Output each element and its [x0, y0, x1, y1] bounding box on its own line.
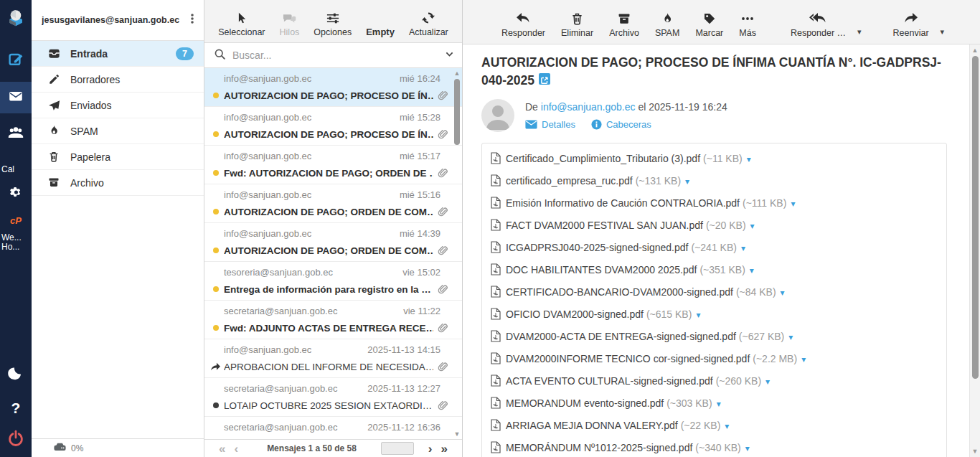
sidebar-item-spam[interactable]: SPAM — [32, 118, 204, 144]
reply-all-dropdown-caret[interactable]: ▾ — [857, 27, 863, 38]
message-list-item[interactable]: tesoreria@sanjuan.gob.ec vie 15:02 Entre… — [204, 262, 462, 301]
attachment-dropdown-caret[interactable]: ▾ — [685, 176, 689, 187]
attachment-dropdown-caret[interactable]: ▾ — [696, 310, 700, 320]
select-button[interactable]: Seleccionar — [214, 10, 269, 37]
spam-button[interactable]: SPAM — [651, 11, 684, 38]
cpanel-icon[interactable]: cP — [0, 212, 32, 229]
calendar-link[interactable]: Cal — [0, 165, 32, 173]
message-list-item[interactable]: secretaria@sanjuan.gob.ec 2025-11-12 16:… — [204, 417, 462, 439]
webmail-home-link[interactable]: We... Ho... — [0, 233, 32, 252]
sidebar-item-trash[interactable]: Papelera — [32, 144, 204, 170]
external-link-icon[interactable] — [539, 73, 550, 85]
next-page-button[interactable]: › — [424, 443, 437, 455]
message-subject: Entrega de información para registro en … — [224, 284, 433, 295]
message-list-item[interactable]: info@sanjuan.gob.ec 2025-11-13 14:15 APR… — [204, 339, 462, 378]
empty-button[interactable]: Empty — [362, 25, 399, 37]
scroll-down-icon[interactable]: ▼ — [970, 448, 980, 455]
sidebar-item-drafts[interactable]: Borradores — [32, 67, 204, 93]
sidebar-item-inbox[interactable]: Entrada 7 — [32, 41, 204, 67]
attachment-item[interactable]: ARRIAGA MEJIA DONNA VALERY.pdf(~22 KB)▾ — [491, 415, 729, 438]
scroll-up-icon[interactable]: ▲ — [970, 47, 980, 54]
reply-all-button[interactable]: Responder … — [786, 11, 850, 38]
attachment-dropdown-caret[interactable]: ▾ — [745, 443, 750, 453]
archive-button[interactable]: Archivo — [605, 11, 644, 38]
contacts-button[interactable] — [0, 118, 32, 149]
attachment-dropdown-caret[interactable]: ▾ — [791, 199, 795, 209]
message-sender: info@sanjuan.gob.ec — [224, 73, 311, 84]
more-button[interactable]: Más — [735, 11, 760, 38]
headers-button[interactable]: Cabeceras — [591, 119, 651, 130]
attachment-dropdown-caret[interactable]: ▾ — [781, 288, 785, 298]
forward-button[interactable]: Reenviar — [889, 11, 933, 38]
first-page-button[interactable]: « — [215, 443, 230, 455]
attachment-dropdown-caret[interactable]: ▾ — [750, 221, 755, 231]
delete-button[interactable]: Eliminar — [557, 11, 598, 38]
scrollbar-thumb[interactable] — [972, 56, 979, 379]
attachment-dropdown-caret[interactable]: ▾ — [747, 154, 751, 164]
attachment-dropdown-caret[interactable]: ▾ — [741, 243, 745, 253]
attachment-name: Emisión Informativo de Caución CONTRALOR… — [506, 197, 740, 209]
message-marker — [213, 93, 219, 98]
settings-button[interactable] — [0, 177, 32, 209]
attachment-item[interactable]: ACTA EVENTO CULTURAL-signed-signed.pdf(~… — [491, 371, 938, 393]
message-list-item[interactable]: info@sanjuan.gob.ec mié 15:17 Fwd: AUTOR… — [204, 146, 462, 184]
attachment-item[interactable]: DVAM2000-ACTA DE ENTREGA-signed-signed.p… — [491, 326, 938, 349]
mark-button[interactable]: Marcar — [691, 11, 727, 38]
attachment-dropdown-caret[interactable]: ▾ — [801, 354, 806, 364]
compose-button[interactable] — [0, 44, 32, 76]
attachment-item[interactable]: OFICIO DVAM2000-signed.pdf(~615 KB)▾ — [491, 304, 938, 326]
attachment-item[interactable]: ICGADPRSJ040-2025-signed-signed.pdf(~241… — [491, 237, 938, 260]
message-list-scrollbar[interactable]: ▲ ▼ — [453, 68, 461, 439]
message-time: mié 16:24 — [400, 73, 440, 84]
message-list-item[interactable]: info@sanjuan.gob.ec mié 14:39 AUTORIZACI… — [204, 223, 462, 262]
message-list-item[interactable]: info@sanjuan.gob.ec mié 15:28 AUTORIZACI… — [204, 107, 462, 146]
message-list-item[interactable]: info@sanjuan.gob.ec mié 15:16 AUTORIZACI… — [204, 184, 462, 223]
scroll-up-icon[interactable]: ▲ — [453, 70, 461, 77]
view-scrollbar[interactable]: ▲ ▼ — [969, 44, 980, 457]
prev-page-button[interactable]: ‹ — [230, 443, 242, 455]
message-list-item[interactable]: info@sanjuan.gob.ec mié 16:24 AUTORIZACI… — [204, 68, 462, 107]
forward-dropdown-caret[interactable]: ▾ — [941, 27, 946, 38]
last-page-button[interactable]: » — [437, 443, 452, 455]
sidebar-item-sent[interactable]: Enviados — [32, 93, 204, 118]
attachment-item[interactable]: DOC HABILITANTES DVAM2000 2025.pdf(~351 … — [491, 260, 938, 282]
attachment-dropdown-caret[interactable]: ▾ — [750, 265, 754, 275]
details-button[interactable]: Detalles — [525, 119, 575, 130]
attachment-item[interactable]: MEMORANDUM evento-signed.pdf(~303 KB)▾ — [491, 393, 721, 415]
from-email-link[interactable]: info@sanjuan.gob.ec — [541, 101, 636, 113]
search-chevron-down-icon[interactable] — [444, 49, 455, 62]
attachment-item[interactable]: FACT DVAM2000 FESTIVAL SAN JUAN.pdf(~20 … — [491, 215, 938, 237]
attachment-dropdown-caret[interactable]: ▾ — [717, 399, 721, 409]
refresh-button[interactable]: Actualizar — [405, 10, 453, 37]
message-list-item[interactable]: secretaria@sanjuan.gob.ec vie 11:22 Fwd:… — [204, 301, 462, 339]
reply-button[interactable]: Responder — [497, 11, 550, 38]
message-list-item[interactable]: secretaria@sanjuan.gob.ec 2025-11-13 12:… — [204, 378, 462, 417]
attachment-name: MEMORÁNDUM Nº1012-2025-signed.pdf — [506, 442, 692, 453]
scrollbar-thumb[interactable] — [454, 79, 460, 145]
search-input[interactable] — [232, 50, 444, 61]
sidebar-item-archive[interactable]: Archivo — [32, 170, 204, 196]
attachment-dropdown-caret[interactable]: ▾ — [788, 332, 793, 342]
attachment-dropdown-caret[interactable]: ▾ — [725, 421, 729, 431]
message-subject-line: Fwd: ADJUNTO ACTAS DE ENTREGA RECE… — [204, 321, 462, 334]
page-number-input[interactable] — [381, 442, 414, 455]
threads-button[interactable]: Hilos — [275, 10, 304, 37]
forward-icon — [903, 11, 919, 27]
attachment-size: (~260 KB) — [716, 375, 761, 387]
help-icon[interactable]: ? — [0, 392, 32, 424]
kebab-menu-icon[interactable] — [187, 12, 198, 28]
attachment-item[interactable]: certificado_empresa_ruc.pdf(~131 KB)▾ — [491, 171, 938, 193]
attachment-item[interactable]: DVAM2000INFORME TECNICO cor-signed-signe… — [491, 349, 938, 371]
attachment-item[interactable]: Emisión Informativo de Caución CONTRALOR… — [491, 193, 938, 215]
logout-button[interactable] — [0, 424, 32, 456]
attachment-item[interactable]: Certificado_Cumplimiento_Tributario (3).… — [491, 149, 938, 171]
attachment-item[interactable]: CERTIFICADO-BANCARIO-DVAM2000-signed.pdf… — [491, 282, 938, 304]
account-header[interactable]: jesusgavilanes@sanjuan.gob.ec — [32, 0, 204, 41]
attachment-item[interactable]: MEMORÁNDUM Nº1012-2025-signed.pdf(~340 K… — [491, 438, 938, 457]
scroll-down-icon[interactable]: ▼ — [453, 430, 461, 438]
options-button[interactable]: Opciones — [309, 10, 356, 37]
mail-nav-button[interactable] — [0, 82, 32, 113]
attachment-dropdown-caret[interactable]: ▾ — [765, 377, 770, 387]
archive-icon — [617, 11, 631, 27]
dark-mode-button[interactable] — [0, 359, 32, 391]
